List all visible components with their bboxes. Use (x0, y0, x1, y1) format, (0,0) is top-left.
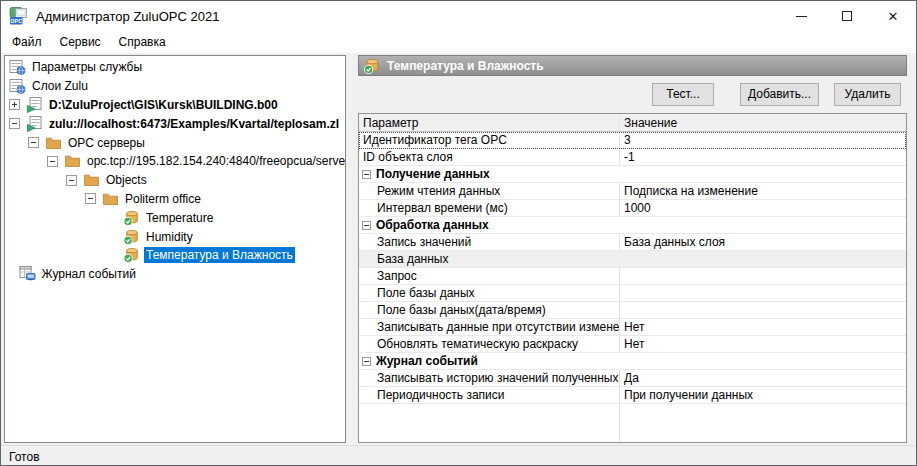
property-value[interactable]: 3 (619, 132, 906, 148)
property-value[interactable]: База данных слоя (619, 234, 906, 250)
expand-icon[interactable] (9, 99, 20, 110)
group-collapse-icon[interactable] (362, 221, 371, 230)
group-label: Получение данных (376, 167, 490, 181)
add-button[interactable]: Добавить... (740, 83, 819, 106)
tree-item-label[interactable]: Humidity (144, 229, 195, 245)
tree-item[interactable]: Temperature (5, 208, 345, 227)
minimize-button[interactable] (778, 1, 824, 31)
tree-item[interactable]: Температура и Влажность (5, 246, 345, 265)
property-row[interactable]: Идентификатор тега OPC3 (359, 132, 906, 149)
property-row[interactable]: Запрос (359, 268, 906, 285)
maximize-button[interactable] (824, 1, 870, 31)
collapse-icon[interactable] (85, 193, 96, 204)
minimize-icon (796, 16, 807, 17)
tree-item-label[interactable]: D:\ZuluProject\GIS\Kursk\BUILDING.b00 (47, 97, 280, 113)
property-subheader-row[interactable]: База данных (359, 251, 906, 268)
folder-icon (45, 135, 62, 151)
property-value[interactable]: 1000 (619, 200, 906, 216)
tree-item-label[interactable]: Слои Zulu (30, 78, 90, 94)
property-row[interactable]: Поле базы даных (359, 285, 906, 302)
tree-item[interactable]: Objects (5, 171, 345, 190)
tree-item-label[interactable]: Temperature (144, 210, 215, 226)
property-name: Идентификатор тега OPC (359, 132, 619, 148)
journal-icon (19, 266, 36, 282)
property-row[interactable]: Запись значенийБаза данных слоя (359, 234, 906, 251)
property-value[interactable]: -1 (619, 149, 906, 165)
tree-item[interactable]: zulu://localhost:6473/Examples/Kvartal/t… (5, 114, 345, 133)
property-value[interactable]: Подписка на изменение (619, 183, 906, 199)
group-collapse-icon[interactable] (362, 357, 371, 366)
content-area: Параметры службыСлои ZuluD:\ZuluProject\… (1, 53, 916, 445)
collapse-icon[interactable] (28, 137, 39, 148)
property-group-row[interactable]: Обработка данных (359, 217, 906, 234)
tag-icon (364, 58, 380, 74)
panel-splitter[interactable] (346, 55, 358, 443)
menu-bar: Файл Сервис Справка (1, 31, 916, 53)
tree-item[interactable]: D:\ZuluProject\GIS\Kursk\BUILDING.b00 (5, 96, 345, 115)
tree-item-label[interactable]: zulu://localhost:6473/Examples/Kvartal/t… (47, 116, 341, 132)
property-group-row[interactable]: Получение данных (359, 166, 906, 183)
property-row[interactable]: Поле базы даных(дата/время) (359, 302, 906, 319)
delete-button[interactable]: Удалить (834, 83, 901, 106)
tree-item[interactable]: Параметры службы (5, 58, 345, 77)
property-name: Обновлять тематическую раскраску (359, 336, 619, 352)
collapse-icon[interactable] (66, 175, 77, 186)
property-value[interactable]: Нет (619, 336, 906, 352)
panel-title: Температура и Влажность (387, 59, 544, 73)
menu-item-file[interactable]: Файл (3, 32, 51, 52)
property-row[interactable]: Записывать данные при отсутствии изменен… (359, 319, 906, 336)
window-title: Администратор ZuluOPC 2021 (36, 9, 219, 24)
server-tree: Параметры службыСлои ZuluD:\ZuluProject\… (4, 55, 346, 443)
property-row[interactable]: Режим чтения данныхПодписка на изменение (359, 183, 906, 200)
tree-item-label[interactable]: Politerm office (123, 191, 203, 207)
layer-icon (26, 116, 43, 132)
property-grid: Параметр Значение Идентификатор тега OPC… (358, 113, 907, 443)
property-value[interactable] (619, 302, 906, 318)
property-value[interactable]: Да (619, 370, 906, 386)
group-label: Журнал событий (376, 354, 478, 368)
close-icon: ✕ (888, 10, 899, 23)
window-controls: ✕ (778, 1, 916, 31)
property-row[interactable]: Периодичность записиПри получении данных (359, 387, 906, 404)
folder-icon (102, 191, 119, 207)
tag-icon (123, 247, 140, 263)
tree-item-label[interactable]: Objects (104, 172, 149, 188)
service-icon (9, 59, 26, 75)
tree-item[interactable]: Politerm office (5, 190, 345, 209)
menu-item-service[interactable]: Сервис (51, 32, 110, 52)
panel-header: Температура и Влажность (358, 55, 907, 76)
property-value[interactable]: При получении данных (619, 387, 906, 403)
tree-item[interactable]: OPC серверы (5, 133, 345, 152)
property-name: Периодичность записи (359, 387, 619, 403)
collapse-icon[interactable] (47, 156, 58, 167)
collapse-icon[interactable] (9, 118, 20, 129)
tree-item[interactable]: Журнал событий (5, 265, 345, 284)
grid-header-row: Параметр Значение (359, 114, 906, 132)
tree-item-label[interactable]: OPC серверы (66, 135, 147, 151)
details-panel: Температура и Влажность Тест... Добавить… (358, 55, 907, 443)
close-button[interactable]: ✕ (870, 1, 916, 31)
property-row[interactable]: Обновлять тематическую раскраскуНет (359, 336, 906, 353)
tree-item[interactable]: Слои Zulu (5, 77, 345, 96)
tree-item-label[interactable]: Температура и Влажность (144, 247, 295, 263)
app-window: Администратор ZuluOPC 2021 ✕ Файл Сервис… (0, 0, 917, 466)
service-icon (9, 78, 26, 94)
property-row[interactable]: Интервал времени (мс)1000 (359, 200, 906, 217)
property-name: Поле базы даных (359, 285, 619, 301)
tree-item-label[interactable]: Журнал событий (40, 266, 138, 282)
tree-item[interactable]: opc.tcp://195.182.154.240:4840/freeopcua… (5, 152, 345, 171)
property-value[interactable] (619, 285, 906, 301)
tag-icon (123, 210, 140, 226)
property-group-row[interactable]: Журнал событий (359, 353, 906, 370)
tree-item-label[interactable]: opc.tcp://195.182.154.240:4840/freeopcua… (85, 153, 346, 169)
property-row[interactable]: ID объекта слоя-1 (359, 149, 906, 166)
menu-item-help[interactable]: Справка (110, 32, 175, 52)
property-row[interactable]: Записывать историю значений полученных д… (359, 370, 906, 387)
status-bar: Готов (1, 445, 916, 466)
group-collapse-icon[interactable] (362, 170, 371, 179)
test-button[interactable]: Тест... (652, 83, 714, 106)
tree-item-label[interactable]: Параметры службы (30, 59, 144, 75)
property-value[interactable] (619, 268, 906, 284)
tree-item[interactable]: Humidity (5, 227, 345, 246)
property-value[interactable]: Нет (619, 319, 906, 335)
